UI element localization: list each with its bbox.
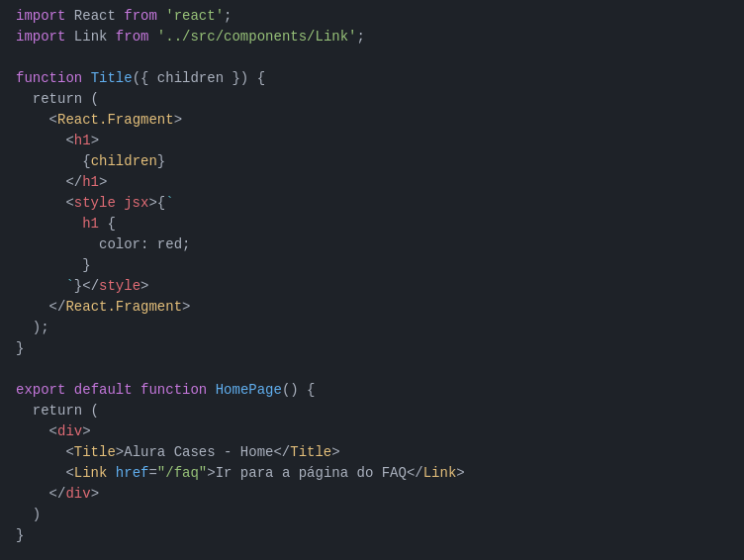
code-line: <Title>Alura Cases - Home</Title> [0,442,744,463]
code-token: > [331,442,339,463]
code-token: style [99,276,140,297]
code-line: import React from 'react'; [0,6,744,27]
code-token: </ [16,172,82,193]
code-token: } [16,255,91,276]
code-token: from [116,27,149,47]
code-line: export default function HomePage() { [0,380,744,401]
code-token: = [148,463,156,484]
code-token: { [99,214,116,234]
code-token: Title [91,68,133,89]
code-token: Title [290,442,331,463]
code-line: <Link href="/faq">Ir para a página do FA… [0,463,744,484]
code-token: ` [65,276,73,297]
code-token: "/faq" [157,463,207,484]
code-line: } [0,525,744,546]
code-token: h1 [82,172,99,193]
code-line: } [0,338,744,359]
code-line: {children} [0,151,744,172]
code-token [16,214,82,234]
code-token: > [91,484,99,505]
code-token: () { [282,380,316,401]
code-token: ) [16,505,41,525]
code-token [207,380,215,401]
code-token: React.Fragment [65,297,182,318]
code-token: >Ir para a página do FAQ</ [207,463,422,484]
code-token: }</ [74,276,99,297]
code-token: < [16,421,57,442]
code-token: function [140,380,207,401]
code-token: ({ children }) { [133,68,265,89]
code-token [82,68,90,89]
code-token: color: red; [16,234,190,255]
code-token: href [116,463,149,484]
code-line: </h1> [0,172,744,193]
code-token: export [16,380,65,401]
code-line [0,359,744,380]
code-token: < [16,463,74,484]
code-line: } [0,255,744,276]
code-token: h1 [82,214,99,234]
code-token: < [16,131,74,151]
code-token: '../src/components/Link' [157,27,357,47]
code-token: < [16,193,74,214]
code-token: > [456,463,464,484]
code-token: ; [357,27,365,47]
code-token: function [16,68,82,89]
code-line: <style jsx>{` [0,193,744,214]
code-token: < [16,110,57,131]
code-token: children [91,151,157,172]
code-token: return ( [16,89,99,110]
code-token: Title [74,442,116,463]
code-line: return ( [0,401,744,421]
code-token: ` [165,193,173,214]
code-token: > [174,110,182,131]
code-token: ); [16,318,49,338]
code-token: { [16,151,91,172]
code-token: style jsx [74,193,149,214]
code-token: </ [16,484,65,505]
code-token: Link [74,463,108,484]
code-line: </React.Fragment> [0,297,744,318]
code-line: </div> [0,484,744,505]
code-line: ); [0,318,744,338]
code-line: h1 { [0,214,744,234]
code-token [65,380,73,401]
code-line [0,47,744,68]
code-editor: import React from 'react';import Link fr… [0,0,744,560]
code-token: } [16,525,24,546]
code-token: HomePage [216,380,282,401]
code-token [107,463,115,484]
code-token: React [65,6,124,27]
code-token: return ( [16,401,99,421]
code-token: > [140,276,148,297]
code-token: div [57,421,82,442]
code-token: default [74,380,133,401]
code-token: ; [224,6,232,27]
code-line: `}</style> [0,276,744,297]
code-token [157,6,165,27]
code-token: from [124,6,157,27]
code-line: <React.Fragment> [0,110,744,131]
code-token: </ [16,297,65,318]
code-line: <h1> [0,131,744,151]
code-token [16,276,65,297]
code-line: <div> [0,421,744,442]
code-line: color: red; [0,234,744,255]
code-token: >Alura Cases - Home</ [116,442,290,463]
code-token: > [82,421,90,442]
code-line: ) [0,505,744,525]
code-token: import [16,6,65,27]
code-token: 'react' [165,6,224,27]
code-token: Link [65,27,115,47]
code-token [133,380,140,401]
code-token: div [65,484,90,505]
code-token: > [99,172,107,193]
code-token: >{ [148,193,165,214]
code-token: > [91,131,99,151]
code-token: } [157,151,165,172]
code-token: } [16,338,24,359]
code-token: > [182,297,190,318]
code-token: React.Fragment [57,110,174,131]
code-token [148,27,156,47]
code-token: import [16,27,65,47]
